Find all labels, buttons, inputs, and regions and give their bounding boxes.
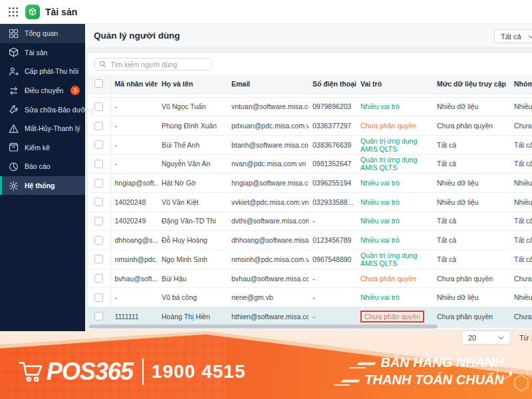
column-header-7[interactable]: Nhóm tài sản: [510, 74, 532, 93]
cell-full-name: Đặng Văn-TD Thi: [158, 211, 227, 231]
cart-icon: [19, 360, 44, 383]
filter-label: Tất cả: [501, 33, 528, 41]
cell-role: Nhiều vai trò: [356, 231, 433, 250]
page-size-dropdown[interactable]: 20: [462, 331, 511, 344]
filter-dropdown[interactable]: Tất cả: [494, 29, 532, 43]
cell-employee-code: -: [110, 116, 158, 136]
cell-role: Nhiều vai trò: [356, 97, 433, 116]
column-header-2[interactable]: Họ và tên: [158, 74, 227, 93]
cell-employee-code: dhhoang@s...: [110, 231, 158, 250]
row-checkbox[interactable]: [94, 236, 103, 245]
column-header-5[interactable]: Vai trò: [356, 74, 433, 93]
row-checkbox[interactable]: [94, 217, 103, 225]
cell-asset-group: Nhiều nhóm: [510, 192, 532, 211]
row-checkbox[interactable]: [94, 198, 103, 206]
row-checkbox[interactable]: [94, 179, 103, 188]
sidebar-item-9[interactable]: Hệ thống: [0, 176, 85, 196]
sidebar-item-3[interactable]: Cấp phát-Thu hồi: [0, 62, 85, 81]
promo-banner: POS365 1900 4515 BÁN HÀNG NHANH THANH TO…: [0, 331, 532, 399]
row-checkbox[interactable]: [94, 160, 103, 168]
app-launcher-icon[interactable]: [8, 7, 19, 17]
app-logo-icon: [25, 5, 40, 19]
table-row[interactable]: nmsinh@pdc...Ngọ Minh Sinhnmsinh@pdc.mis…: [88, 250, 532, 269]
cell-data-access: Tất cả: [433, 135, 510, 154]
role-value: Chưa phân quyền: [360, 122, 416, 130]
column-header-3[interactable]: Email: [227, 74, 309, 93]
column-header-4[interactable]: Số điện thoại: [309, 74, 356, 93]
cell-asset-group: Tất cả: [510, 154, 532, 174]
table-row[interactable]: 14020249Đặng Văn-TD Thidvthi@software.mi…: [88, 211, 532, 231]
table-row[interactable]: hngiap@soft...Hát Nờ Gờhngiap@software.m…: [88, 174, 532, 193]
wrench-icon: [9, 104, 19, 114]
users-table: Mã nhân viênHọ và tênEmailSố điện thoạiV…: [88, 74, 532, 327]
sidebar-item-7[interactable]: Kiểm kê: [0, 138, 85, 158]
sidebar-item-1[interactable]: Tổng quan: [0, 24, 85, 43]
sidebar-item-8[interactable]: Báo cáo: [0, 157, 85, 176]
column-header-1[interactable]: Mã nhân viên: [110, 74, 158, 93]
search-input[interactable]: [110, 61, 207, 68]
row-checkbox[interactable]: [94, 293, 103, 302]
sidebar-item-6[interactable]: Mất-Hủy-Thanh lý: [0, 119, 85, 138]
top-bar: Tài sản: [0, 0, 532, 24]
row-checkbox[interactable]: [94, 255, 103, 263]
banner-slogan: BÁN HÀNG NHANH THANH TOÁN CHUẨN: [342, 354, 504, 388]
horizontal-scrollbar[interactable]: [88, 325, 532, 329]
cell-role: Nhiều vai trò: [356, 192, 433, 211]
role-value: Quản trị ứng dụng AMIS QLTS: [360, 156, 417, 172]
table-row[interactable]: -Phùng Đình Xuânpdxuan@pdc.misa.com.vn03…: [88, 116, 532, 136]
cell-full-name: Đỗ Huy Hoàng: [158, 231, 227, 250]
row-checkbox[interactable]: [94, 312, 103, 321]
table-row[interactable]: 1111111Hoàng Thị Hiềnhthien@software.mis…: [88, 307, 532, 327]
scrollbar-thumb[interactable]: [89, 325, 438, 329]
cell-data-access: Chưa phân quyền: [433, 307, 510, 327]
row-checkbox[interactable]: [94, 122, 103, 130]
cell-employee-code: 14020248: [110, 192, 158, 211]
assign-user-icon: [9, 66, 19, 76]
cell-data-access: Chưa phân quyền: [433, 269, 510, 288]
chevron-down-icon: [528, 35, 532, 39]
cell-phone: 0979896203: [309, 97, 356, 116]
cell-email: vntuan@software.misa.co...: [227, 97, 309, 116]
gear-icon: [9, 181, 19, 191]
table-row[interactable]: 14020248Vũ Văn Kiệtvvkiet@pdc.misa.com.v…: [88, 192, 532, 211]
select-all-checkbox[interactable]: [94, 79, 103, 88]
cell-employee-code: -: [110, 135, 158, 154]
table-row[interactable]: -Nguyễn Văn Annvan@pdc.misa.com.vn098135…: [88, 154, 532, 174]
cell-full-name: Hoàng Thị Hiền: [158, 307, 227, 327]
brand-cluster: POS365 1900 4515: [19, 358, 245, 386]
row-checkbox[interactable]: [94, 274, 103, 283]
cell-asset-group: Tất cả: [510, 211, 532, 231]
table-row[interactable]: bvhau@soft...Bùi Hậubvhau@software.misa.…: [88, 269, 532, 288]
cell-full-name: Vũ Văn Kiệt: [158, 192, 227, 211]
cell-full-name: Nguyễn Văn An: [158, 154, 227, 174]
role-value: Chưa phân quyền: [360, 275, 416, 283]
notification-badge: 3: [70, 86, 80, 95]
cell-phone: -: [309, 307, 356, 327]
user-table-card: Mã nhân viênHọ và tênEmailSố điện thoạiV…: [88, 53, 532, 329]
sidebar-item-label: Tổng quan: [25, 29, 58, 37]
sidebar-item-5[interactable]: Sửa chữa-Bảo dưỡng: [0, 100, 85, 119]
table-row[interactable]: -Vũ bá côngnene@gm.vb-Nhiều vai tròNhiều…: [88, 288, 532, 307]
table-row[interactable]: -Vũ Ngọc Tuấnvntuan@software.misa.co...0…: [88, 97, 532, 116]
table-row[interactable]: dhhoang@s...Đỗ Huy Hoàngdhhoang@software…: [88, 231, 532, 250]
row-checkbox[interactable]: [94, 140, 103, 149]
search-icon: [99, 61, 106, 68]
cell-email: hthien@software.misa.co...: [227, 307, 309, 327]
brand-name: POS365: [47, 358, 133, 386]
role-value: Nhiều vai trò: [360, 102, 400, 110]
row-checkbox[interactable]: [94, 102, 103, 111]
cell-role: Chưa phân quyền: [356, 307, 433, 327]
cell-role: Quản trị ứng dụng AMIS QLTS: [356, 250, 433, 269]
cell-asset-group: Tất cả: [510, 250, 532, 269]
cell-email: dhhoang@software.misa.c...: [227, 231, 309, 250]
sidebar-item-2[interactable]: Tài sản: [0, 43, 85, 63]
cell-email: dvthi@software.misa.com...: [227, 211, 309, 231]
transfer-arrows-icon: [9, 86, 19, 96]
cell-data-access: Tất cả: [433, 154, 510, 174]
sidebar-item-4[interactable]: Điều chuyển3: [0, 81, 85, 100]
table-row[interactable]: -Bùi Thế Anhbtanh@software.misa.com...03…: [88, 135, 532, 154]
role-value: Nhiều vai trò: [360, 198, 400, 206]
search-box: [94, 58, 212, 70]
column-header-6[interactable]: Mức dữ liệu truy cập: [433, 74, 510, 93]
role-value: Nhiều vai trò: [360, 293, 400, 301]
